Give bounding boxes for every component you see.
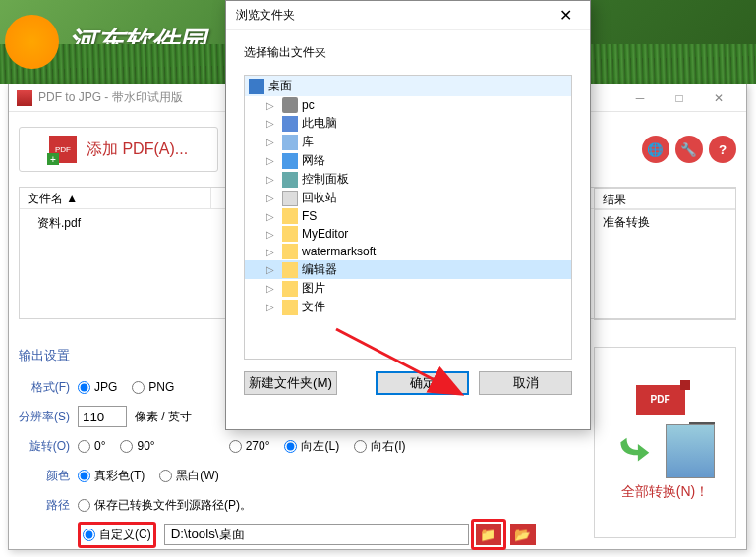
expand-icon[interactable]: ▷: [266, 283, 278, 294]
expand-icon[interactable]: ▷: [266, 118, 278, 129]
add-pdf-button[interactable]: PDF 添加 PDF(A)...: [19, 127, 218, 172]
folder-icon: [282, 208, 298, 224]
results-panel: 结果 准备转换: [594, 188, 736, 320]
path-row: 路径 保存已转换文件到源路径(P)。: [19, 490, 594, 520]
color-row: 颜色 真彩色(T) 黑白(W): [19, 461, 594, 490]
folder-icon: [282, 226, 298, 242]
tree-item-label: 此电脑: [302, 115, 337, 132]
expand-icon[interactable]: ▷: [266, 247, 278, 257]
format-png[interactable]: PNG: [132, 380, 174, 394]
color-label: 颜色: [19, 468, 78, 484]
close-button[interactable]: ✕: [699, 85, 738, 111]
expand-icon[interactable]: ▷: [266, 137, 278, 147]
expand-icon[interactable]: ▷: [266, 155, 278, 166]
tree-item-网络[interactable]: ▷网络: [245, 151, 571, 170]
tree-root-desktop[interactable]: 桌面: [245, 76, 571, 96]
expand-icon[interactable]: ▷: [266, 264, 278, 275]
desktop-icon: [249, 79, 264, 94]
path-source[interactable]: 保存已转换文件到源路径(P)。: [78, 497, 252, 514]
expand-icon[interactable]: ▷: [266, 229, 278, 240]
path-custom[interactable]: 自定义(C): [83, 527, 151, 543]
arrow-icon: [616, 429, 651, 464]
results-status: 准备转换: [595, 210, 735, 235]
lib-icon: [282, 135, 298, 150]
path-label: 路径: [19, 497, 78, 514]
tree-item-此电脑[interactable]: ▷此电脑: [245, 114, 571, 133]
help-button[interactable]: ?: [709, 136, 736, 163]
minimize-button[interactable]: ─: [620, 85, 660, 111]
tree-item-文件[interactable]: ▷文件: [245, 298, 571, 316]
rotate-270[interactable]: 270°: [229, 439, 270, 453]
tree-item-label: 库: [302, 134, 314, 150]
tree-item-fs[interactable]: ▷FS: [245, 207, 571, 225]
tree-item-控制面板[interactable]: ▷控制面板: [245, 170, 571, 189]
browse-button[interactable]: 📁: [476, 524, 501, 545]
dialog-title: 浏览文件夹: [236, 7, 551, 24]
expand-icon[interactable]: ▷: [266, 302, 278, 312]
expand-icon[interactable]: ▷: [266, 211, 278, 222]
thispc-icon: [282, 116, 298, 132]
highlight-custom: 自定义(C): [78, 522, 156, 548]
cancel-button[interactable]: 取消: [479, 371, 572, 395]
tree-item-myeditor[interactable]: ▷MyEditor: [245, 225, 571, 243]
expand-icon[interactable]: ▷: [266, 100, 278, 111]
expand-icon[interactable]: ▷: [266, 174, 278, 185]
rotate-label: 旋转(O): [19, 438, 78, 455]
app-icon: [17, 90, 32, 106]
expand-icon[interactable]: ▷: [266, 193, 278, 203]
path-custom-row: 自定义(C) 📁 📂: [19, 520, 594, 549]
convert-panel: PDF JPG 全部转换(N)！: [594, 347, 736, 538]
open-folder-button[interactable]: 📂: [510, 524, 536, 545]
resolution-input[interactable]: [78, 406, 127, 427]
highlight-browse: 📁: [471, 519, 506, 550]
rotate-row: 旋转(O) 0° 90° 270° 向左(L) 向右(I): [19, 431, 594, 461]
folder-icon: [282, 281, 298, 297]
new-folder-button[interactable]: 新建文件夹(M): [244, 371, 337, 395]
tree-item-label: MyEditor: [302, 227, 348, 241]
rotate-left[interactable]: 向左(L): [284, 438, 339, 455]
tree-item-label: 图片: [302, 280, 325, 297]
resolution-label: 分辨率(S): [19, 409, 78, 425]
folder-icon: [282, 262, 298, 278]
rotate-right[interactable]: 向右(I): [354, 438, 405, 455]
open-icon: 📂: [514, 528, 531, 542]
tool-button[interactable]: 🔧: [675, 136, 703, 163]
network-icon: [282, 153, 298, 169]
format-jpg[interactable]: JPG: [78, 380, 117, 394]
jpg-doc-icon: [666, 424, 715, 478]
pc-icon: [282, 97, 298, 113]
dialog-close-button[interactable]: ✕: [551, 2, 580, 29]
tree-item-watermarksoft[interactable]: ▷watermarksoft: [245, 243, 571, 260]
add-pdf-label: 添加 PDF(A)...: [87, 139, 188, 160]
tree-item-label: 回收站: [302, 190, 337, 206]
dialog-subtitle: 选择输出文件夹: [226, 30, 590, 75]
format-label: 格式(F): [19, 379, 78, 396]
folder-tree[interactable]: 桌面 ▷pc▷此电脑▷库▷网络▷控制面板▷回收站▷FS▷MyEditor▷wat…: [244, 75, 572, 360]
tree-item-label: 控制面板: [302, 171, 349, 188]
pdf-add-icon: PDF: [49, 136, 77, 163]
folder-icon: [282, 244, 298, 259]
color-bw[interactable]: 黑白(W): [159, 468, 218, 484]
globe-button[interactable]: 🌐: [642, 136, 669, 163]
tree-item-库[interactable]: ▷库: [245, 133, 571, 151]
rotate-90[interactable]: 90°: [120, 439, 154, 453]
column-filename[interactable]: 文件名 ▲: [20, 188, 211, 208]
rotate-0[interactable]: 0°: [78, 439, 105, 453]
control-icon: [282, 172, 298, 188]
path-input[interactable]: [164, 524, 469, 545]
folder-icon: 📁: [480, 528, 496, 542]
logo-icon: [5, 15, 59, 69]
tree-item-label: pc: [302, 98, 315, 112]
convert-all-button[interactable]: 全部转换(N)！: [621, 483, 709, 501]
results-header: 结果: [595, 189, 735, 210]
ok-button[interactable]: 确定: [376, 371, 469, 395]
color-true[interactable]: 真彩色(T): [78, 468, 145, 484]
tree-item-回收站[interactable]: ▷回收站: [245, 189, 571, 207]
tree-item-编辑器[interactable]: ▷编辑器: [245, 260, 571, 279]
tree-item-图片[interactable]: ▷图片: [245, 279, 571, 298]
pdf-to-jpg-graphic: PDF JPG: [616, 385, 715, 478]
maximize-button[interactable]: □: [660, 85, 699, 111]
dialog-buttons: 新建文件夹(M) 确定 取消: [226, 360, 590, 407]
tree-item-pc[interactable]: ▷pc: [245, 96, 571, 114]
tree-item-label: FS: [302, 209, 317, 223]
